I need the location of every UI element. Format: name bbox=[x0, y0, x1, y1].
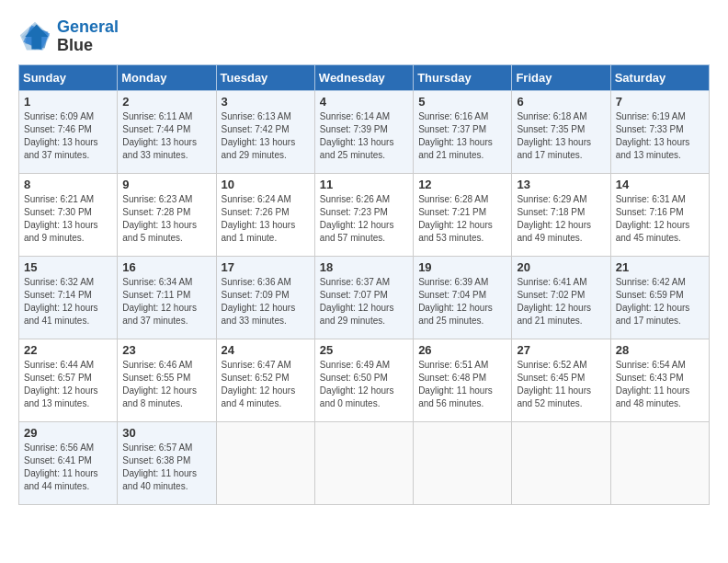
day-number: 19 bbox=[418, 260, 506, 274]
calendar-cell: 28Sunrise: 6:54 AM Sunset: 6:43 PM Dayli… bbox=[610, 339, 709, 421]
calendar-cell: 22Sunrise: 6:44 AM Sunset: 6:57 PM Dayli… bbox=[19, 339, 118, 421]
day-number: 12 bbox=[418, 178, 506, 191]
day-info: Sunrise: 6:32 AM Sunset: 7:14 PM Dayligh… bbox=[24, 276, 112, 327]
day-number: 13 bbox=[517, 178, 605, 191]
calendar-cell: 16Sunrise: 6:34 AM Sunset: 7:11 PM Dayli… bbox=[118, 256, 216, 339]
calendar-cell: 19Sunrise: 6:39 AM Sunset: 7:04 PM Dayli… bbox=[414, 256, 512, 339]
day-number: 25 bbox=[320, 343, 408, 357]
day-info: Sunrise: 6:42 AM Sunset: 6:59 PM Dayligh… bbox=[616, 276, 704, 327]
day-info: Sunrise: 6:52 AM Sunset: 6:45 PM Dayligh… bbox=[517, 359, 605, 410]
day-info: Sunrise: 6:19 AM Sunset: 7:33 PM Dayligh… bbox=[616, 110, 704, 162]
day-number: 3 bbox=[222, 95, 310, 109]
day-info: Sunrise: 6:13 AM Sunset: 7:42 PM Dayligh… bbox=[222, 110, 310, 162]
calendar-week-1: 1Sunrise: 6:09 AM Sunset: 7:46 PM Daylig… bbox=[19, 90, 710, 173]
day-info: Sunrise: 6:11 AM Sunset: 7:44 PM Dayligh… bbox=[122, 110, 210, 162]
calendar-cell: 23Sunrise: 6:46 AM Sunset: 6:55 PM Dayli… bbox=[118, 339, 216, 421]
calendar-cell: 4Sunrise: 6:14 AM Sunset: 7:39 PM Daylig… bbox=[314, 90, 413, 173]
day-info: Sunrise: 6:18 AM Sunset: 7:35 PM Dayligh… bbox=[517, 110, 605, 162]
day-number: 10 bbox=[222, 178, 310, 191]
day-number: 7 bbox=[616, 95, 704, 109]
calendar-cell: 2Sunrise: 6:11 AM Sunset: 7:44 PM Daylig… bbox=[118, 90, 216, 173]
day-info: Sunrise: 6:31 AM Sunset: 7:16 PM Dayligh… bbox=[616, 193, 704, 245]
calendar-cell bbox=[610, 421, 709, 504]
calendar-cell: 26Sunrise: 6:51 AM Sunset: 6:48 PM Dayli… bbox=[414, 339, 512, 421]
calendar-cell: 24Sunrise: 6:47 AM Sunset: 6:52 PM Dayli… bbox=[216, 339, 314, 421]
calendar-cell bbox=[216, 421, 314, 504]
day-info: Sunrise: 6:21 AM Sunset: 7:30 PM Dayligh… bbox=[24, 193, 112, 245]
day-number: 11 bbox=[320, 178, 408, 191]
day-number: 24 bbox=[222, 343, 310, 357]
calendar-cell bbox=[314, 421, 413, 504]
calendar-cell: 25Sunrise: 6:49 AM Sunset: 6:50 PM Dayli… bbox=[314, 339, 413, 421]
calendar-cell bbox=[512, 421, 610, 504]
calendar-week-5: 29Sunrise: 6:56 AM Sunset: 6:41 PM Dayli… bbox=[19, 421, 710, 504]
day-header-monday: Monday bbox=[118, 64, 216, 90]
calendar-cell: 11Sunrise: 6:26 AM Sunset: 7:23 PM Dayli… bbox=[314, 173, 413, 256]
calendar-cell: 17Sunrise: 6:36 AM Sunset: 7:09 PM Dayli… bbox=[216, 256, 314, 339]
calendar-cell: 5Sunrise: 6:16 AM Sunset: 7:37 PM Daylig… bbox=[414, 90, 512, 173]
day-info: Sunrise: 6:36 AM Sunset: 7:09 PM Dayligh… bbox=[222, 276, 310, 327]
calendar-table: SundayMondayTuesdayWednesdayThursdayFrid… bbox=[18, 64, 710, 505]
day-number: 6 bbox=[517, 95, 605, 109]
day-number: 5 bbox=[418, 95, 506, 109]
day-info: Sunrise: 6:34 AM Sunset: 7:11 PM Dayligh… bbox=[122, 276, 210, 327]
day-number: 30 bbox=[122, 426, 210, 440]
day-header-wednesday: Wednesday bbox=[314, 64, 413, 90]
day-number: 14 bbox=[616, 178, 704, 191]
day-info: Sunrise: 6:16 AM Sunset: 7:37 PM Dayligh… bbox=[418, 110, 506, 162]
day-info: Sunrise: 6:14 AM Sunset: 7:39 PM Dayligh… bbox=[320, 110, 408, 162]
day-info: Sunrise: 6:56 AM Sunset: 6:41 PM Dayligh… bbox=[24, 442, 112, 493]
day-info: Sunrise: 6:46 AM Sunset: 6:55 PM Dayligh… bbox=[122, 359, 210, 410]
day-info: Sunrise: 6:51 AM Sunset: 6:48 PM Dayligh… bbox=[418, 359, 506, 410]
calendar-cell: 18Sunrise: 6:37 AM Sunset: 7:07 PM Dayli… bbox=[314, 256, 413, 339]
calendar-cell: 27Sunrise: 6:52 AM Sunset: 6:45 PM Dayli… bbox=[512, 339, 610, 421]
day-header-sunday: Sunday bbox=[19, 64, 118, 90]
calendar-week-2: 8Sunrise: 6:21 AM Sunset: 7:30 PM Daylig… bbox=[19, 173, 710, 256]
logo-text: General Blue bbox=[57, 18, 119, 55]
calendar-cell: 7Sunrise: 6:19 AM Sunset: 7:33 PM Daylig… bbox=[610, 90, 709, 173]
day-info: Sunrise: 6:28 AM Sunset: 7:21 PM Dayligh… bbox=[418, 193, 506, 245]
calendar-cell: 1Sunrise: 6:09 AM Sunset: 7:46 PM Daylig… bbox=[19, 90, 118, 173]
day-number: 21 bbox=[616, 260, 704, 274]
day-number: 28 bbox=[616, 343, 704, 357]
day-info: Sunrise: 6:39 AM Sunset: 7:04 PM Dayligh… bbox=[418, 276, 506, 327]
day-header-friday: Friday bbox=[512, 64, 610, 90]
calendar-cell: 10Sunrise: 6:24 AM Sunset: 7:26 PM Dayli… bbox=[216, 173, 314, 256]
day-number: 22 bbox=[24, 343, 112, 357]
day-number: 8 bbox=[24, 178, 112, 191]
day-number: 20 bbox=[517, 260, 605, 274]
day-info: Sunrise: 6:26 AM Sunset: 7:23 PM Dayligh… bbox=[320, 193, 408, 245]
day-info: Sunrise: 6:47 AM Sunset: 6:52 PM Dayligh… bbox=[222, 359, 310, 410]
header-row: SundayMondayTuesdayWednesdayThursdayFrid… bbox=[19, 64, 710, 90]
calendar-cell: 29Sunrise: 6:56 AM Sunset: 6:41 PM Dayli… bbox=[19, 421, 118, 504]
day-number: 9 bbox=[122, 178, 210, 191]
calendar-cell: 8Sunrise: 6:21 AM Sunset: 7:30 PM Daylig… bbox=[19, 173, 118, 256]
page-header: General Blue bbox=[18, 18, 710, 55]
day-number: 17 bbox=[222, 260, 310, 274]
day-header-saturday: Saturday bbox=[610, 64, 709, 90]
calendar-cell: 30Sunrise: 6:57 AM Sunset: 6:38 PM Dayli… bbox=[118, 421, 216, 504]
calendar-cell: 20Sunrise: 6:41 AM Sunset: 7:02 PM Dayli… bbox=[512, 256, 610, 339]
calendar-cell: 3Sunrise: 6:13 AM Sunset: 7:42 PM Daylig… bbox=[216, 90, 314, 173]
day-info: Sunrise: 6:29 AM Sunset: 7:18 PM Dayligh… bbox=[517, 193, 605, 245]
day-header-tuesday: Tuesday bbox=[216, 64, 314, 90]
calendar-week-3: 15Sunrise: 6:32 AM Sunset: 7:14 PM Dayli… bbox=[19, 256, 710, 339]
day-info: Sunrise: 6:24 AM Sunset: 7:26 PM Dayligh… bbox=[222, 193, 310, 245]
day-info: Sunrise: 6:37 AM Sunset: 7:07 PM Dayligh… bbox=[320, 276, 408, 327]
calendar-cell: 14Sunrise: 6:31 AM Sunset: 7:16 PM Dayli… bbox=[610, 173, 709, 256]
day-info: Sunrise: 6:09 AM Sunset: 7:46 PM Dayligh… bbox=[24, 110, 112, 162]
logo-icon bbox=[18, 20, 51, 53]
calendar-cell: 12Sunrise: 6:28 AM Sunset: 7:21 PM Dayli… bbox=[414, 173, 512, 256]
day-info: Sunrise: 6:49 AM Sunset: 6:50 PM Dayligh… bbox=[320, 359, 408, 410]
day-number: 26 bbox=[418, 343, 506, 357]
day-number: 18 bbox=[320, 260, 408, 274]
day-number: 2 bbox=[122, 95, 210, 109]
day-number: 23 bbox=[122, 343, 210, 357]
day-number: 29 bbox=[24, 426, 112, 440]
calendar-cell bbox=[414, 421, 512, 504]
day-number: 16 bbox=[122, 260, 210, 274]
day-number: 15 bbox=[24, 260, 112, 274]
day-info: Sunrise: 6:54 AM Sunset: 6:43 PM Dayligh… bbox=[616, 359, 704, 410]
calendar-cell: 21Sunrise: 6:42 AM Sunset: 6:59 PM Dayli… bbox=[610, 256, 709, 339]
day-info: Sunrise: 6:41 AM Sunset: 7:02 PM Dayligh… bbox=[517, 276, 605, 327]
